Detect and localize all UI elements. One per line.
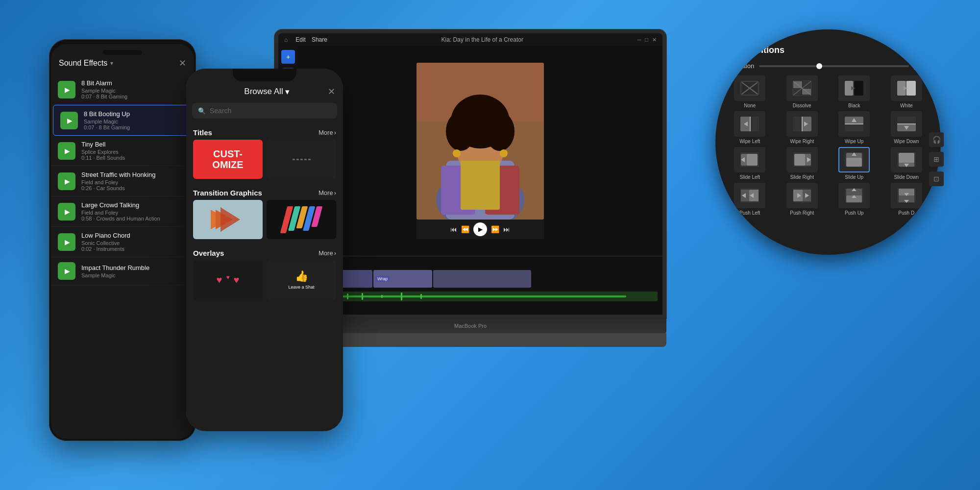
list-item[interactable]: ▶ Low Piano Chord Sonic Collective 0:02 …	[51, 227, 194, 257]
crop-icon[interactable]: ⊡	[929, 172, 944, 186]
sound-meta: Sample Magic	[81, 272, 187, 278]
laptop-titlebar: ⌂ Edit Share Kia: Day in the Life of a C…	[278, 33, 662, 46]
sound-name: Street Traffic with Honking	[81, 171, 187, 178]
duration-slider[interactable]	[759, 65, 909, 67]
video-controls: ⏮ ⏪ ▶ ⏩ ⏭	[416, 220, 544, 239]
play-button[interactable]: ▶	[58, 233, 75, 251]
push-up-graphic	[844, 188, 864, 203]
step-back-button[interactable]: ⏪	[461, 225, 469, 233]
close-icon[interactable]: ✕	[328, 86, 335, 97]
search-bar[interactable]: 🔍 Search	[192, 103, 337, 119]
title-card-dark[interactable]	[267, 140, 336, 179]
heart-icon2: ♥	[234, 274, 240, 286]
step-forward-button[interactable]: ⏩	[491, 225, 499, 233]
overlays-label: Overlays	[193, 249, 224, 257]
window-close-icon[interactable]: ✕	[652, 37, 657, 43]
sidebar-home-icon[interactable]: +	[281, 50, 295, 64]
more-button[interactable]: More ›	[318, 249, 336, 257]
transition-black[interactable]: Black	[830, 75, 879, 108]
play-button[interactable]: ▶	[58, 81, 75, 98]
search-placeholder: Search	[210, 107, 231, 115]
play-button[interactable]: ▶	[58, 262, 75, 280]
play-icon: ▶	[65, 147, 70, 155]
overlay-thumb-text: Leave a Shat	[288, 285, 314, 290]
title-card-red[interactable]: CUST-OMIZE	[193, 140, 263, 179]
menu-edit[interactable]: Edit	[295, 36, 306, 43]
slider-thumb[interactable]	[816, 63, 822, 69]
transition-wipe-left[interactable]: Wipe Left	[725, 111, 775, 144]
list-item[interactable]: ▶ Tiny Bell Splice Explores 0:11 · Bell …	[51, 136, 194, 166]
chevron-down-icon[interactable]: ▾	[285, 87, 290, 97]
sound-name: Large Crowd Talking	[81, 201, 187, 209]
sound-list: ▶ 8 Bit Alarm Sample Magic 0:07 · 8 Bit …	[51, 74, 194, 285]
grid-icon[interactable]: ⊞	[929, 152, 944, 167]
titles-label: Titles	[193, 128, 212, 137]
overlays-grid: ♥ ♥ ♥ 👍 Leave a Shat	[186, 260, 343, 299]
transition-slide-left-label: Slide Left	[739, 174, 760, 180]
phone-left-device: Sound Effects ▾ ✕ ▶ 8 Bit Alarm Sample M…	[49, 39, 196, 441]
transition-slide-right-icon	[786, 147, 818, 172]
skip-forward-button[interactable]: ⏭	[503, 225, 510, 233]
transition-arrows-card[interactable]	[193, 200, 263, 239]
list-item[interactable]: ▶ Impact Thunder Rumble Sample Magic	[51, 257, 194, 285]
transition-push-right-label: Push Right	[790, 210, 814, 216]
phone-left-screen: Sound Effects ▾ ✕ ▶ 8 Bit Alarm Sample M…	[51, 44, 194, 439]
menu-share[interactable]: Share	[312, 36, 327, 43]
play-button[interactable]: ▶	[58, 203, 75, 220]
transition-slide-right-label: Slide Right	[790, 174, 814, 180]
transition-black-label: Black	[848, 103, 860, 108]
transition-slide-down[interactable]: Slide Down	[882, 147, 931, 180]
sound-name: Low Piano Chord	[81, 232, 187, 239]
list-item[interactable]: ▶ 8 Bit Booting Up Sample Magic 0:07 · 8…	[53, 105, 192, 136]
transition-dissolve[interactable]: Dissolve	[778, 75, 827, 108]
dissolve-graphic	[792, 80, 812, 96]
sound-info: Low Piano Chord Sonic Collective 0:02 · …	[81, 232, 187, 252]
transition-wipe-right[interactable]: Wipe Right	[778, 111, 827, 144]
transition-wipe-left-label: Wipe Left	[739, 139, 760, 144]
list-item[interactable]: ▶ 8 Bit Alarm Sample Magic 0:07 · 8 Bit …	[51, 74, 194, 105]
more-button[interactable]: More ›	[318, 129, 336, 136]
chevron-down-icon[interactable]: ▾	[110, 60, 113, 67]
play-button[interactable]: ▶	[60, 112, 78, 129]
none-graphic	[740, 80, 760, 96]
window-maximize-icon[interactable]: □	[645, 37, 648, 43]
sound-meta: Sample Magic 0:07 · 8 Bit Gaming	[84, 119, 185, 130]
transition-slide-left[interactable]: Slide Left	[725, 147, 775, 180]
transition-slide-up[interactable]: Slide Up	[830, 147, 879, 180]
home-icon[interactable]: ⌂	[284, 36, 288, 43]
window-minimize-icon[interactable]: ─	[637, 37, 641, 43]
transition-wipe-left-icon	[734, 111, 765, 137]
transition-wipe-down[interactable]: Wipe Down	[882, 111, 931, 144]
skip-back-button[interactable]: ⏮	[450, 225, 457, 233]
headphone-icon[interactable]: 🎧	[929, 132, 944, 147]
sound-effects-label: Sound Effects	[59, 59, 107, 68]
play-button[interactable]: ▶	[58, 142, 75, 160]
timeline-clip[interactable]: Wrap	[373, 270, 432, 288]
svg-rect-75	[899, 153, 914, 163]
sound-meta: Splice Explores 0:11 · Bell Sounds	[81, 149, 187, 161]
sound-info: Tiny Bell Splice Explores 0:11 · Bell So…	[81, 141, 187, 161]
svg-rect-26	[420, 294, 422, 299]
play-button[interactable]: ▶	[58, 172, 75, 190]
panel-side-icons: 🎧 ⊞ ⊡	[929, 132, 944, 186]
more-button[interactable]: More ›	[318, 189, 336, 196]
transition-push-right[interactable]: Push Right	[778, 183, 827, 216]
overlay-thumb-card[interactable]: 👍 Leave a Shat	[267, 260, 336, 299]
list-item[interactable]: ▶ Large Crowd Talking Field and Foley 0:…	[51, 196, 194, 227]
transition-graphics-grid	[186, 200, 343, 245]
close-icon[interactable]: ✕	[179, 58, 186, 69]
transition-slide-right[interactable]: Slide Right	[778, 147, 827, 180]
list-item[interactable]: ▶ Street Traffic with Honking Field and …	[51, 166, 194, 196]
transition-slide-up-label: Slide Up	[845, 174, 863, 180]
transition-wipe-down-label: Wipe Down	[894, 139, 919, 144]
timeline-clip[interactable]	[433, 270, 531, 288]
transition-push-up[interactable]: Push Up	[830, 183, 879, 216]
transition-wipe-right-icon	[786, 111, 818, 137]
slide-down-graphic	[897, 152, 916, 168]
transition-slide-up-icon	[838, 147, 870, 172]
transition-wipe-up[interactable]: Wipe Up	[830, 111, 879, 144]
play-pause-button[interactable]: ▶	[473, 222, 487, 236]
overlay-hearts-card[interactable]: ♥ ♥ ♥	[193, 260, 263, 299]
transition-colorful-card[interactable]	[267, 200, 336, 239]
slide-left-graphic	[740, 152, 760, 168]
